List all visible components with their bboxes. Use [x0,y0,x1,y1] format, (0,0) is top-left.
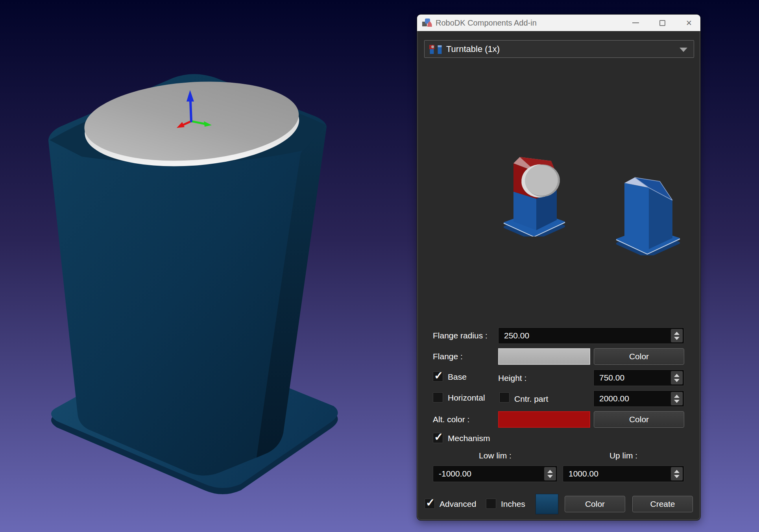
spinner-down-icon[interactable] [674,337,680,340]
alt-color-label: Alt. color : [433,415,469,424]
spinner-up-icon[interactable] [674,332,680,335]
up-lim-spinner[interactable] [671,467,683,480]
turntable-vertical-icon [437,44,443,55]
chevron-down-icon [680,48,687,52]
body-color-button[interactable]: Color [565,496,625,512]
maximize-button[interactable] [656,17,668,29]
window-title: RoboDK Components Add-in [436,18,537,28]
spinner-down-icon[interactable] [674,475,680,478]
spinner-up-icon[interactable] [547,470,553,473]
spinner-down-icon[interactable] [674,400,680,403]
alt-color-button[interactable]: Color [594,411,684,428]
base-checkbox[interactable]: ✓ [433,371,443,382]
robodk-components-dialog: RoboDK Components Add-in ✕ Turntable (1x… [417,15,700,520]
flange-color-swatch [498,348,590,365]
spinner-down-icon[interactable] [547,475,553,478]
create-button-label: Create [650,499,675,509]
mechanism-label: Mechanism [448,434,490,443]
alt-color-button-label: Color [629,415,649,424]
cntr-part-label: Cntr. part [514,394,548,404]
component-select-value: Turntable (1x) [446,44,500,54]
preview-turntable-horizontal [499,138,570,236]
inches-label: Inches [501,499,525,509]
height-value: 750.00 [599,373,624,382]
turntable-horizontal-icon [429,44,435,55]
minimize-icon [632,22,639,23]
spinner-down-icon[interactable] [674,379,680,382]
component-select[interactable]: Turntable (1x) [424,40,694,58]
minimize-button[interactable] [630,17,641,29]
checkmark-icon: ✓ [434,430,443,443]
height-input[interactable]: 750.00 [593,369,684,386]
cntr-part-checkbox[interactable] [499,392,510,403]
mechanism-checkbox[interactable]: ✓ [433,433,443,443]
up-lim-label: Up lim : [563,451,684,460]
flange-label: Flange : [433,352,463,361]
height-label: Height : [498,373,526,383]
spinner-up-icon[interactable] [674,470,680,473]
inches-checkbox[interactable] [486,499,496,509]
create-button[interactable]: Create [632,496,693,512]
height-spinner[interactable] [671,371,683,384]
cntr-part-input[interactable]: 2000.00 [593,390,684,407]
low-lim-label: Low lim : [433,451,558,460]
flange-radius-input[interactable]: 250.00 [498,327,684,344]
low-lim-value: -1000.00 [439,469,471,478]
alt-color-swatch [498,411,590,428]
advanced-checkbox[interactable]: ✓ [425,499,435,509]
cntr-part-spinner[interactable] [671,392,683,405]
up-lim-input[interactable]: 1000.00 [563,466,684,482]
horizontal-checkbox[interactable] [433,392,443,403]
flange-color-button[interactable]: Color [594,348,684,365]
low-lim-input[interactable]: -1000.00 [433,466,558,482]
spinner-up-icon[interactable] [674,374,680,377]
spinner-up-icon[interactable] [674,395,680,398]
checkmark-icon: ✓ [426,496,435,509]
z-axis-arrow [190,101,191,121]
maximize-icon [659,20,665,26]
robodk-logo-icon [422,18,432,28]
preview-turntable-vertical [613,157,684,255]
flange-radius-spinner[interactable] [671,329,683,342]
flange-radius-value: 250.00 [504,331,529,340]
up-lim-value: 1000.00 [569,469,598,478]
body-color-swatch [536,494,558,514]
low-lim-spinner[interactable] [544,467,556,480]
checkmark-icon: ✓ [434,369,443,382]
flange-radius-label: Flange radius : [433,331,488,340]
advanced-label: Advanced [440,499,476,509]
horizontal-label: Horizontal [448,393,485,403]
close-icon: ✕ [686,18,692,28]
body-color-button-label: Color [585,499,605,509]
flange-color-button-label: Color [629,352,649,361]
cntr-part-value: 2000.00 [599,394,629,403]
close-button[interactable]: ✕ [683,17,695,29]
base-label: Base [448,372,467,382]
title-bar[interactable]: RoboDK Components Add-in ✕ [417,15,700,31]
